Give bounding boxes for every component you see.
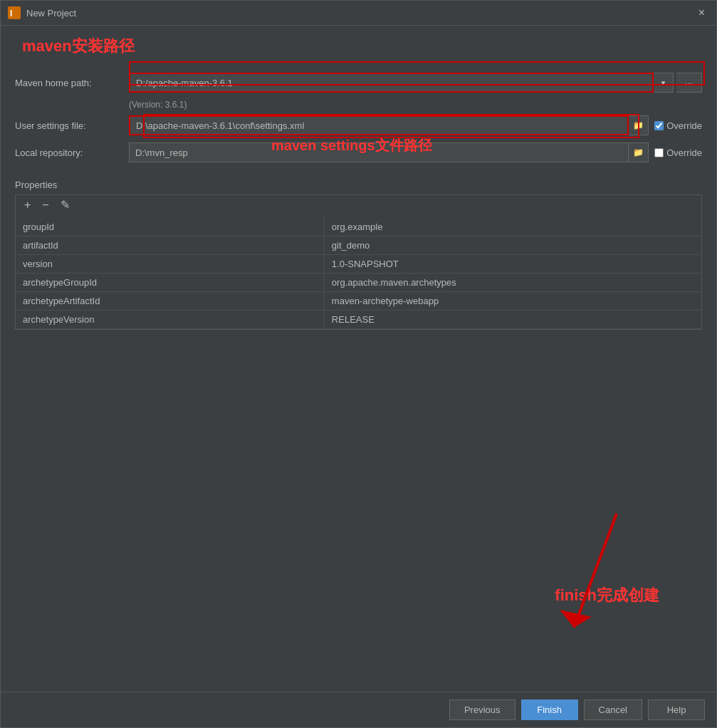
app-logo-icon: I — [8, 6, 21, 19]
prop-key: artifactId — [16, 236, 324, 255]
new-project-dialog: I New Project × maven安装路径 Maven home pat… — [0, 0, 717, 728]
user-settings-input-group: 📁 — [129, 115, 649, 135]
bottom-bar: Previous Finish Cancel Help — [1, 692, 716, 727]
remove-property-button[interactable]: − — [38, 198, 53, 212]
properties-section: Properties + − ✎ groupIdorg.exampleartif… — [15, 180, 702, 330]
help-button[interactable]: Help — [648, 700, 705, 720]
maven-home-label: Maven home path: — [15, 78, 129, 88]
local-repo-input[interactable] — [129, 142, 629, 162]
prop-value: maven-archetype-webapp — [324, 292, 701, 311]
add-property-button[interactable]: + — [20, 198, 35, 212]
user-settings-override-group: Override — [654, 120, 702, 131]
local-repo-override-checkbox[interactable] — [654, 148, 664, 157]
edit-property-button[interactable]: ✎ — [56, 198, 74, 212]
prop-value: git_demo — [324, 236, 701, 255]
maven-home-row: Maven home path: ▼ ··· — [15, 73, 702, 93]
maven-home-browse-btn[interactable]: ··· — [676, 73, 702, 93]
maven-path-annotation: maven安装路径 — [22, 36, 135, 57]
prop-value: 1.0-SNAPSHOT — [324, 255, 701, 274]
maven-home-input[interactable] — [129, 73, 654, 93]
table-row[interactable]: artifactIdgit_demo — [16, 236, 701, 255]
local-repo-label: Local repository: — [15, 147, 129, 158]
dialog-content: maven安装路径 Maven home path: ▼ ··· (Versio… — [1, 26, 716, 692]
prop-key: version — [16, 255, 324, 274]
local-repo-input-group: 📁 — [129, 142, 649, 162]
prop-key: archetypeGroupId — [16, 274, 324, 292]
prop-value: org.example — [324, 218, 701, 236]
maven-home-input-group: ▼ ··· — [129, 73, 702, 93]
prop-value: org.apache.maven.archetypes — [324, 274, 701, 292]
prop-key: archetypeVersion — [16, 311, 324, 329]
cancel-button[interactable]: Cancel — [584, 700, 642, 720]
prop-key: archetypeArtifactId — [16, 292, 324, 311]
svg-line-2 — [574, 514, 617, 628]
prop-value: RELEASE — [324, 311, 701, 329]
table-row[interactable]: groupIdorg.example — [16, 218, 701, 236]
user-settings-folder-btn[interactable]: 📁 — [629, 115, 649, 135]
finish-annotation: finish完成创建 — [555, 585, 659, 606]
properties-toolbar: + − ✎ — [16, 195, 701, 215]
override-label: Override — [666, 120, 702, 131]
local-repo-override-label: Override — [666, 147, 702, 158]
previous-button[interactable]: Previous — [449, 700, 515, 720]
user-settings-row: User settings file: 📁 Override — [15, 115, 702, 135]
local-repo-row: Local repository: 📁 Override — [15, 142, 702, 162]
finish-button[interactable]: Finish — [521, 700, 578, 720]
table-row[interactable]: archetypeGroupIdorg.apache.maven.archety… — [16, 274, 701, 292]
title-bar: I New Project × — [1, 1, 716, 26]
svg-text:I: I — [10, 9, 12, 19]
svg-marker-3 — [560, 610, 592, 628]
properties-label: Properties — [15, 180, 702, 190]
properties-container: + − ✎ groupIdorg.exampleartifactIdgit_de… — [15, 194, 702, 330]
user-settings-input[interactable] — [129, 115, 629, 135]
close-button[interactable]: × — [694, 5, 709, 21]
maven-version-text: (Version: 3.6.1) — [129, 100, 702, 110]
dialog-title: New Project — [26, 8, 694, 19]
user-settings-override-checkbox[interactable] — [654, 121, 664, 130]
table-row[interactable]: archetypeArtifactIdmaven-archetype-webap… — [16, 292, 701, 311]
user-settings-label: User settings file: — [15, 120, 129, 131]
local-repo-folder-btn[interactable]: 📁 — [629, 142, 649, 162]
properties-table: groupIdorg.exampleartifactIdgit_demovers… — [16, 218, 701, 329]
prop-key: groupId — [16, 218, 324, 236]
maven-home-dropdown-btn[interactable]: ▼ — [654, 73, 674, 93]
table-row[interactable]: version1.0-SNAPSHOT — [16, 255, 701, 274]
local-repo-override-group: Override — [654, 147, 702, 158]
table-row[interactable]: archetypeVersionRELEASE — [16, 311, 701, 329]
finish-arrow — [531, 506, 645, 649]
